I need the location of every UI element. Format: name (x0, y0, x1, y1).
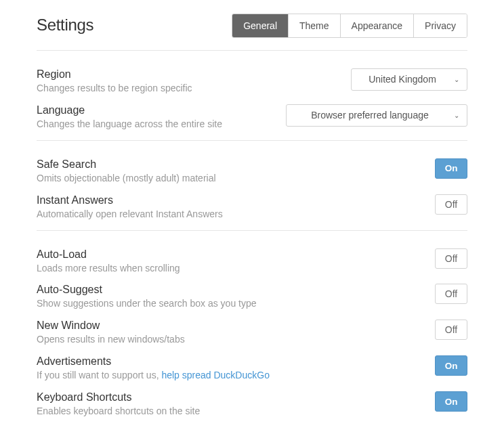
settings-group-safety: Safe Search Omits objectionable (mostly … (37, 141, 467, 231)
desc-keyboard-shortcuts: Enables keyboard shortcuts on the site (37, 405, 421, 418)
settings-header: Settings General Theme Appearance Privac… (37, 14, 467, 51)
toggle-instant-answers[interactable]: Off (435, 194, 467, 215)
row-auto-load: Auto-Load Loads more results when scroll… (37, 239, 467, 275)
desc-region: Changes results to be region specific (37, 82, 337, 95)
toggle-safe-search[interactable]: On (435, 158, 467, 179)
label-auto-load: Auto-Load (37, 248, 421, 261)
settings-group-region-language: Region Changes results to be region spec… (37, 51, 467, 141)
settings-tabs: General Theme Appearance Privacy (232, 14, 467, 38)
label-instant-answers: Instant Answers (37, 194, 421, 206)
desc-language: Changes the language across the entire s… (37, 118, 272, 131)
row-keyboard-shortcuts: Keyboard Shortcuts Enables keyboard shor… (37, 382, 467, 418)
toggle-auto-load[interactable]: Off (435, 248, 467, 269)
desc-new-window: Opens results in new windows/tabs (37, 333, 421, 346)
label-new-window: New Window (37, 320, 421, 332)
row-language: Language Changes the language across the… (37, 95, 467, 131)
desc-auto-suggest: Show suggestions under the search box as… (37, 297, 421, 310)
tab-appearance[interactable]: Appearance (340, 14, 414, 37)
toggle-advertisements[interactable]: On (435, 355, 467, 376)
label-region: Region (37, 68, 337, 81)
help-spread-link[interactable]: help spread DuckDuckGo (161, 370, 270, 380)
region-select[interactable]: United Kingdom (351, 68, 467, 91)
desc-advertisements-text: If you still want to support us, (37, 370, 161, 380)
label-language: Language (37, 104, 272, 116)
tab-general[interactable]: General (232, 14, 288, 37)
row-advertisements: Advertisements If you still want to supp… (37, 346, 467, 382)
label-safe-search: Safe Search (37, 158, 421, 171)
label-keyboard-shortcuts: Keyboard Shortcuts (37, 391, 421, 403)
language-select[interactable]: Browser preferred language (286, 104, 467, 127)
desc-advertisements: If you still want to support us, help sp… (37, 369, 421, 382)
row-new-window: New Window Opens results in new windows/… (37, 310, 467, 346)
row-region: Region Changes results to be region spec… (37, 59, 467, 95)
toggle-auto-suggest[interactable]: Off (435, 284, 467, 304)
toggle-keyboard-shortcuts[interactable]: On (435, 391, 467, 412)
row-instant-answers: Instant Answers Automatically open relev… (37, 185, 467, 221)
language-select-wrap: Browser preferred language ⌄ (286, 104, 467, 127)
toggle-new-window[interactable]: Off (435, 320, 467, 340)
region-select-wrap: United Kingdom ⌄ (351, 68, 467, 91)
page-title: Settings (37, 14, 93, 35)
settings-group-misc: Auto-Load Loads more results when scroll… (37, 231, 467, 427)
label-advertisements: Advertisements (37, 355, 421, 368)
label-auto-suggest: Auto-Suggest (37, 284, 421, 296)
tab-privacy[interactable]: Privacy (413, 14, 467, 37)
desc-auto-load: Loads more results when scrolling (37, 262, 421, 275)
desc-safe-search: Omits objectionable (mostly adult) mater… (37, 172, 421, 185)
row-safe-search: Safe Search Omits objectionable (mostly … (37, 149, 467, 185)
row-auto-suggest: Auto-Suggest Show suggestions under the … (37, 274, 467, 310)
desc-instant-answers: Automatically open relevant Instant Answ… (37, 208, 421, 221)
tab-theme[interactable]: Theme (288, 14, 340, 37)
